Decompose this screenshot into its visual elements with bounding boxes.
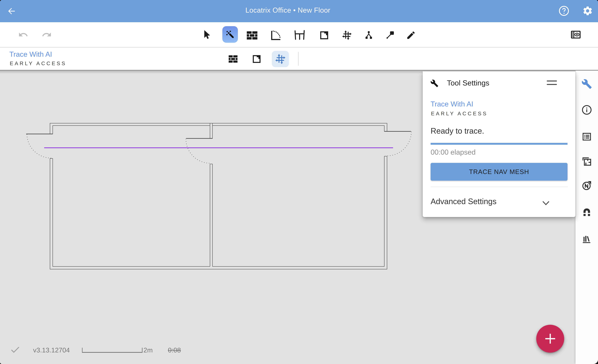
tool-settings-panel: Tool Settings Trace With AI EARLY ACCESS… bbox=[423, 71, 575, 217]
chevron-down-icon bbox=[542, 200, 550, 206]
scale-label: 2m bbox=[143, 346, 153, 354]
page-icon bbox=[319, 31, 329, 40]
tool-draw[interactable] bbox=[406, 30, 416, 40]
wrench-icon bbox=[430, 79, 439, 87]
rail-info[interactable] bbox=[579, 102, 594, 117]
early-access-badge: EARLY ACCESS bbox=[10, 60, 66, 66]
details-list-icon bbox=[582, 132, 592, 142]
mode-nav-mesh[interactable] bbox=[272, 51, 289, 67]
scale-bar bbox=[82, 347, 143, 353]
nav-mesh-icon bbox=[275, 53, 286, 65]
panel-drag-handle[interactable] bbox=[547, 81, 557, 87]
app-header: Locatrix Office • New Floor bbox=[0, 0, 598, 22]
status-bar: v3.13.12704 2m 0:08 bbox=[0, 342, 198, 357]
trace-nav-mesh-button[interactable]: TRACE NAV MESH bbox=[431, 163, 567, 181]
redo-button[interactable] bbox=[42, 30, 52, 40]
preview-button[interactable] bbox=[571, 30, 581, 40]
active-tool-name: Trace With AI bbox=[9, 50, 52, 58]
drag-handle-bar bbox=[547, 81, 557, 82]
rail-tool-settings[interactable] bbox=[579, 76, 594, 91]
tool-nav-mesh[interactable] bbox=[342, 30, 352, 41]
pencil-icon bbox=[406, 30, 416, 40]
rail-details[interactable] bbox=[579, 129, 594, 144]
elapsed-time: 00:00 elapsed bbox=[431, 148, 475, 156]
tool-network[interactable] bbox=[364, 30, 374, 40]
mode-walls[interactable] bbox=[228, 54, 238, 64]
library-books-icon bbox=[581, 233, 592, 244]
tool-walls[interactable] bbox=[246, 31, 258, 40]
network-nodes-icon bbox=[364, 30, 374, 40]
help-icon bbox=[558, 5, 569, 16]
plus-icon bbox=[543, 331, 558, 346]
drag-handle-bar bbox=[547, 84, 557, 85]
trace-status-text: Ready to trace. bbox=[431, 126, 484, 135]
rail-library[interactable] bbox=[579, 231, 594, 246]
cursor-icon bbox=[202, 30, 212, 40]
mode-page[interactable] bbox=[252, 54, 261, 64]
tool-arc[interactable] bbox=[270, 30, 282, 41]
undo-icon bbox=[18, 30, 28, 40]
panel-divider bbox=[431, 187, 568, 187]
dimension-icon bbox=[294, 30, 305, 40]
help-button[interactable] bbox=[558, 5, 569, 16]
rail-snapping[interactable] bbox=[579, 205, 594, 220]
undo-button[interactable] bbox=[18, 30, 28, 40]
preview-eye-icon bbox=[571, 30, 581, 40]
advanced-settings-expand[interactable] bbox=[542, 200, 550, 206]
tool-page[interactable] bbox=[319, 30, 329, 40]
gear-icon bbox=[582, 5, 593, 16]
pin-tag-icon bbox=[385, 30, 395, 40]
arc-corner-icon bbox=[270, 30, 281, 41]
tool-dimension[interactable] bbox=[294, 30, 305, 40]
tool-pin[interactable] bbox=[385, 30, 395, 40]
back-button[interactable] bbox=[7, 6, 16, 16]
panel-early-access-badge: EARLY ACCESS bbox=[431, 111, 488, 116]
magnet-icon bbox=[581, 207, 592, 218]
wrench-icon bbox=[581, 79, 592, 89]
redo-icon bbox=[42, 30, 52, 40]
rail-north[interactable] bbox=[579, 178, 594, 193]
advanced-settings-label: Advanced Settings bbox=[431, 197, 497, 206]
magic-wand-icon bbox=[225, 29, 235, 40]
tool-trace-with-ai[interactable] bbox=[222, 26, 238, 43]
arrow-back-icon bbox=[7, 6, 16, 16]
north-compass-icon bbox=[581, 180, 592, 191]
sidebar-rail bbox=[575, 71, 598, 364]
sub-toolbar bbox=[0, 48, 598, 71]
corner-grip bbox=[594, 360, 598, 364]
panel-title: Tool Settings bbox=[447, 79, 489, 87]
app-version: v3.13.12704 bbox=[33, 346, 70, 354]
info-icon bbox=[581, 105, 592, 115]
timer-label: 0:08 bbox=[168, 346, 181, 354]
tool-select[interactable] bbox=[202, 29, 212, 41]
saved-check-icon bbox=[10, 346, 20, 354]
app-screen: Locatrix Office • New Floor bbox=[0, 0, 598, 364]
settings-button[interactable] bbox=[582, 5, 593, 16]
main-toolbar bbox=[0, 22, 598, 47]
rail-floor-plans[interactable] bbox=[579, 154, 594, 169]
nav-mesh-icon bbox=[342, 30, 352, 41]
add-fab-button[interactable] bbox=[536, 325, 564, 353]
subtoolbar-divider bbox=[298, 52, 299, 66]
floor-plans-icon bbox=[581, 157, 592, 167]
panel-tool-name: Trace With AI bbox=[431, 100, 473, 108]
bricks-icon bbox=[228, 55, 238, 63]
page-icon bbox=[252, 54, 261, 64]
page-title: Locatrix Office • New Floor bbox=[245, 6, 330, 14]
trace-progress-bar bbox=[431, 143, 567, 145]
bricks-icon bbox=[246, 31, 258, 40]
